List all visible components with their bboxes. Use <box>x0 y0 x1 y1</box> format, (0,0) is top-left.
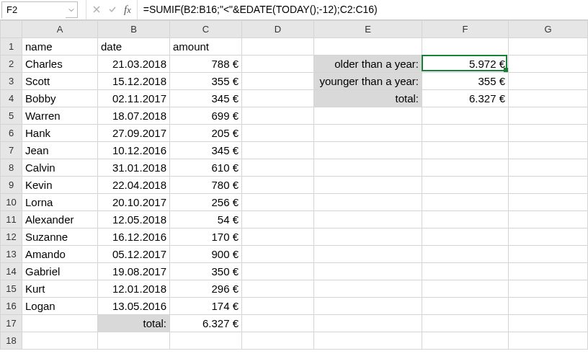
row-header-17[interactable]: 17 <box>1 315 22 332</box>
cell-C1[interactable]: amount <box>170 38 242 56</box>
cell-E3[interactable]: younger than a year: <box>314 73 422 90</box>
cell-C7[interactable]: 345 € <box>170 142 242 159</box>
cell-F3[interactable]: 355 € <box>422 73 509 90</box>
cell-D11[interactable] <box>242 211 314 228</box>
cell-C4[interactable]: 345 € <box>170 90 242 107</box>
cell-A13[interactable]: Amando <box>22 246 98 263</box>
col-header-E[interactable]: E <box>314 21 422 38</box>
cell-F10[interactable] <box>422 194 509 211</box>
cell-B5[interactable]: 18.07.2018 <box>98 107 170 125</box>
cell-E1[interactable] <box>314 38 422 56</box>
cell-G1[interactable] <box>509 38 588 56</box>
cell-A2[interactable]: Charles <box>22 56 98 73</box>
cell-A8[interactable]: Calvin <box>22 159 98 177</box>
row-header-15[interactable]: 15 <box>1 280 22 298</box>
col-header-D[interactable]: D <box>242 21 314 38</box>
cell-A7[interactable]: Jean <box>22 142 98 159</box>
cell-B18[interactable] <box>98 332 170 350</box>
cell-A3[interactable]: Scott <box>22 73 98 90</box>
formula-input[interactable]: =SUMIF(B2:B16;"<"&EDATE(TODAY();-12);C2:… <box>137 0 588 19</box>
cell-D17[interactable] <box>242 315 314 332</box>
cell-E8[interactable] <box>314 159 422 177</box>
row-header-3[interactable]: 3 <box>1 73 22 90</box>
cell-F15[interactable] <box>422 280 509 298</box>
cell-B12[interactable]: 16.12.2016 <box>98 228 170 246</box>
name-box[interactable]: F2 <box>2 2 66 18</box>
cell-D5[interactable] <box>242 107 314 125</box>
cell-G9[interactable] <box>509 177 588 194</box>
cell-B6[interactable]: 27.09.2017 <box>98 125 170 142</box>
cell-F5[interactable] <box>422 107 509 125</box>
cell-C12[interactable]: 170 € <box>170 228 242 246</box>
cell-G18[interactable] <box>509 332 588 350</box>
cell-C8[interactable]: 610 € <box>170 159 242 177</box>
row-header-13[interactable]: 13 <box>1 246 22 263</box>
cell-D16[interactable] <box>242 298 314 315</box>
cell-D3[interactable] <box>242 73 314 90</box>
row-header-18[interactable]: 18 <box>1 332 22 350</box>
cell-E11[interactable] <box>314 211 422 228</box>
cell-G4[interactable] <box>509 90 588 107</box>
cell-B3[interactable]: 15.12.2018 <box>98 73 170 90</box>
cell-F16[interactable] <box>422 298 509 315</box>
cell-F8[interactable] <box>422 159 509 177</box>
cell-A12[interactable]: Suzanne <box>22 228 98 246</box>
row-header-6[interactable]: 6 <box>1 125 22 142</box>
cell-C11[interactable]: 54 € <box>170 211 242 228</box>
row-header-10[interactable]: 10 <box>1 194 22 211</box>
sheet-area[interactable]: A B C D E F G 1namedateamount2Charles21.… <box>0 20 588 350</box>
row-header-14[interactable]: 14 <box>1 263 22 280</box>
cell-F12[interactable] <box>422 228 509 246</box>
cell-G7[interactable] <box>509 142 588 159</box>
cell-E7[interactable] <box>314 142 422 159</box>
cell-F13[interactable] <box>422 246 509 263</box>
cell-C6[interactable]: 205 € <box>170 125 242 142</box>
cell-G12[interactable] <box>509 228 588 246</box>
col-header-F[interactable]: F <box>422 21 509 38</box>
col-header-A[interactable]: A <box>22 21 98 38</box>
cell-D15[interactable] <box>242 280 314 298</box>
cell-B8[interactable]: 31.01.2018 <box>98 159 170 177</box>
cell-G8[interactable] <box>509 159 588 177</box>
cell-G6[interactable] <box>509 125 588 142</box>
cell-C3[interactable]: 355 € <box>170 73 242 90</box>
cell-D7[interactable] <box>242 142 314 159</box>
cell-G3[interactable] <box>509 73 588 90</box>
enter-icon[interactable] <box>108 4 117 16</box>
row-header-12[interactable]: 12 <box>1 228 22 246</box>
cell-D2[interactable] <box>242 56 314 73</box>
cell-B16[interactable]: 13.05.2016 <box>98 298 170 315</box>
cell-E13[interactable] <box>314 246 422 263</box>
cell-B13[interactable]: 05.12.2017 <box>98 246 170 263</box>
cell-C9[interactable]: 780 € <box>170 177 242 194</box>
cell-C15[interactable]: 296 € <box>170 280 242 298</box>
cell-A6[interactable]: Hank <box>22 125 98 142</box>
row-header-1[interactable]: 1 <box>1 38 22 56</box>
row-header-5[interactable]: 5 <box>1 107 22 125</box>
cell-G13[interactable] <box>509 246 588 263</box>
cell-C16[interactable]: 174 € <box>170 298 242 315</box>
spreadsheet-grid[interactable]: A B C D E F G 1namedateamount2Charles21.… <box>0 20 588 350</box>
insert-function-icon[interactable]: fx <box>124 4 131 16</box>
row-header-16[interactable]: 16 <box>1 298 22 315</box>
cell-F18[interactable] <box>422 332 509 350</box>
cell-E5[interactable] <box>314 107 422 125</box>
row-header-8[interactable]: 8 <box>1 159 22 177</box>
cell-B7[interactable]: 10.12.2016 <box>98 142 170 159</box>
cell-F6[interactable] <box>422 125 509 142</box>
cell-A17[interactable] <box>22 315 98 332</box>
select-all-corner[interactable] <box>1 21 22 38</box>
row-header-4[interactable]: 4 <box>1 90 22 107</box>
cell-D10[interactable] <box>242 194 314 211</box>
row-header-7[interactable]: 7 <box>1 142 22 159</box>
row-header-9[interactable]: 9 <box>1 177 22 194</box>
cell-G14[interactable] <box>509 263 588 280</box>
cell-A1[interactable]: name <box>22 38 98 56</box>
cell-E4[interactable]: total: <box>314 90 422 107</box>
cell-G15[interactable] <box>509 280 588 298</box>
cell-E18[interactable] <box>314 332 422 350</box>
cell-C13[interactable]: 900 € <box>170 246 242 263</box>
name-box-container[interactable]: F2 <box>1 1 78 18</box>
cell-F11[interactable] <box>422 211 509 228</box>
cell-E12[interactable] <box>314 228 422 246</box>
